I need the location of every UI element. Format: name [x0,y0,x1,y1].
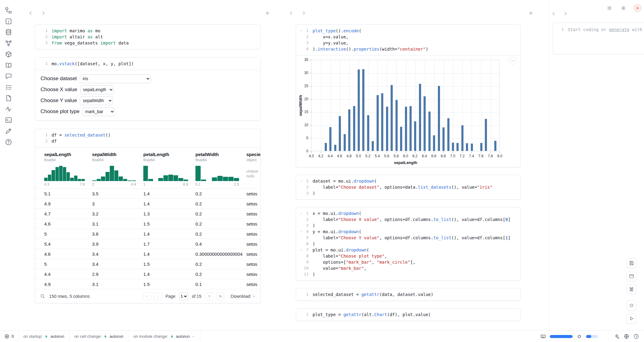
column-header[interactable]: speciesobject [246,152,260,162]
tracebacks-icon[interactable] [5,105,12,113]
save-button[interactable] [626,258,637,268]
runtime-clock-icon[interactable] [633,333,639,340]
column-scroll-right-button[interactable] [39,9,47,17]
choose-y-value-select[interactable]: sepalWidth [80,96,113,105]
table-row[interactable]: 4.63.41.40.30000000000000004setos [35,249,260,259]
first-page-button[interactable] [143,292,151,300]
table-cell: 3.6 [92,231,143,237]
table-row[interactable]: 4.93.11.50.1setos [35,279,260,289]
download-button[interactable]: Download [231,294,256,299]
choose-plot-type-select[interactable]: mark_bar [83,107,115,116]
table-row[interactable]: 4.63.11.50.2setos [35,219,260,229]
table-row[interactable]: 5.43.91.70.4setos [35,239,260,249]
table-row[interactable]: 4.42.91.40.2setos [35,269,260,279]
table-row[interactable]: 53.61.40.2setos [35,229,260,239]
table-row[interactable]: 4.73.21.30.2setos [35,208,260,219]
y-tick-label: 25 [300,84,308,88]
help-icon[interactable] [5,138,12,146]
code-editor[interactable]: 1x = mo.ui.dropdown(2 label="Choose X va… [296,207,520,280]
chart-bar [485,119,487,151]
packages-icon[interactable] [5,51,12,58]
panel-scroll-left-button[interactable] [550,10,558,18]
functions-icon[interactable]: f [5,18,12,25]
column-type: float64 [92,158,143,162]
column-header[interactable]: petalWidthfloat64 [195,152,246,162]
keyboard-shortcuts-button[interactable] [626,284,637,294]
snippets-icon[interactable] [5,94,12,102]
notebook-column-2: 1plot_type().encode(2 x=x.value,3 y=y.va… [287,8,535,321]
table-row[interactable]: 4.931.40.2setos [35,198,260,208]
histogram [92,165,136,181]
chart-actions-icon[interactable] [509,57,517,65]
table-row[interactable]: 53.41.50.2setos [35,259,260,269]
autorun-on-startup[interactable]: on startup:autorun [18,331,69,342]
table-cell: setos [246,251,260,257]
app-view-button[interactable] [626,271,637,281]
chart-bar [433,135,435,151]
column-scroll-left-button[interactable] [287,9,295,17]
scratchpad-icon[interactable] [5,127,12,135]
column-header[interactable]: sepalWidthfloat64 [92,152,143,162]
ai-sparkle-icon[interactable] [614,333,620,340]
add-cell-button[interactable] [263,9,271,17]
column-header[interactable]: sepalLengthfloat64 [44,152,92,162]
caret-down-icon [191,335,195,338]
dependency-graph-icon[interactable] [5,40,12,47]
column-summary: unique:nulls: [246,165,260,187]
x-tick-label: 5.4 [375,154,380,158]
chart-plot-area[interactable] [311,60,500,151]
choose-dataset-select[interactable]: iris [80,74,151,83]
table-cell: 5.1 [44,191,92,196]
interrupt-button[interactable] [626,300,637,311]
file-explorer-icon[interactable] [5,7,12,14]
editor-placeholder: Start coding or generate with AI [568,27,644,50]
chat-icon[interactable] [5,73,12,80]
keyboard-icon[interactable] [540,333,546,340]
table-cell: 0.2 [195,221,246,226]
code-editor[interactable]: 1import marimo as mo2import altair as al… [35,25,260,49]
table-cell: 0.2 [195,262,246,267]
code-editor[interactable]: 1plot_type = getattr(alt.Chart(df), plot… [296,308,520,321]
next-page-button[interactable] [205,292,213,300]
hist-min: 1 [143,182,145,187]
column-scroll-right-button[interactable] [300,9,308,17]
table-row[interactable]: 5.13.51.40.2setos [35,188,260,198]
fold-caret-icon [299,212,303,216]
choose-x-value-select[interactable]: sepalLength [80,85,114,94]
table-cell: 0.2 [195,201,246,206]
shutdown-close-icon[interactable] [633,4,642,12]
last-page-button[interactable] [216,292,224,300]
table-search-icon[interactable] [40,293,46,299]
terminal-icon[interactable] [5,116,12,124]
table-cell: 0.2 [195,231,246,237]
code-editor[interactable]: 1mo.vstack([dataset, x, y, plot]) [35,58,260,70]
add-cell-button[interactable] [527,9,535,17]
documentation-icon[interactable] [5,62,12,69]
code-editor[interactable]: 1plot_type().encode(2 x=x.value,3 y=y.va… [296,25,520,55]
datasources-icon[interactable] [5,29,12,36]
run-all-button[interactable] [626,313,637,324]
code-editor[interactable]: 1selected_dataset = getattr(data, datase… [296,288,520,301]
chart-bar [348,109,350,151]
column-scroll-left-button[interactable] [27,9,35,17]
line-number: 8 [304,253,309,259]
autorun-on-cell-change[interactable]: on cell change:autorun [70,331,128,342]
scratch-cell[interactable]: 1 Start coding or generate with AI [553,23,644,54]
line-number: 1 [304,28,309,34]
tasks-icon[interactable] [5,84,12,91]
settings-gear-icon[interactable] [619,4,627,12]
code-editor[interactable]: 1df = selected_dataset()2df [35,129,260,147]
page-select[interactable]: 1 [179,292,188,300]
histogram [195,165,239,181]
hist-max: 6.9 [183,182,188,187]
menu-icon[interactable] [605,4,613,12]
previous-page-button[interactable] [154,292,162,300]
connection-icon[interactable] [623,333,629,340]
column-header[interactable]: petalLengthfloat64 [143,152,195,162]
table-cell: 2.9 [92,272,143,277]
panel-scroll-right-button[interactable] [561,10,569,18]
generate-link[interactable]: generate [609,27,629,32]
code-editor[interactable]: 1dataset = mo.ui.dropdown(2 label="Choos… [296,175,520,199]
errors-indicator[interactable]: 0 [0,331,18,342]
autorun-on-module-change[interactable]: on module change:autorun [129,331,200,342]
